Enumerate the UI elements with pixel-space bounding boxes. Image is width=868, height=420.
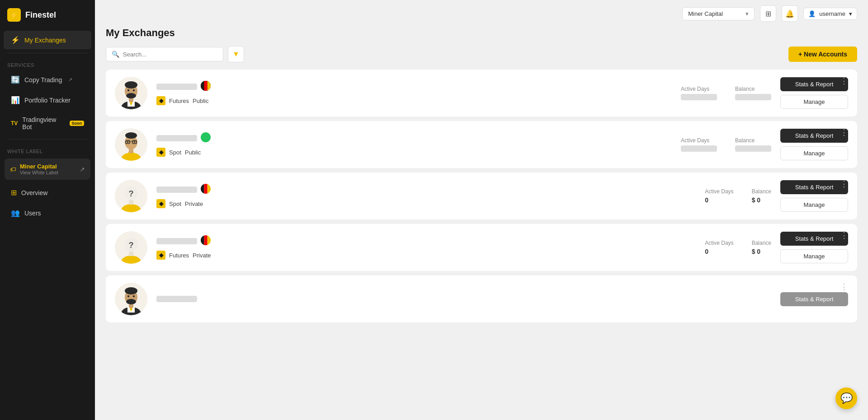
visibility-tag: Private <box>185 201 203 207</box>
external-link-icon: ↗ <box>68 77 72 83</box>
exchange-card: ? ◆ Futures <box>106 224 857 271</box>
user-icon: 👤 <box>808 10 816 17</box>
market-type-tag: Spot <box>169 149 181 156</box>
app-name: Finestel <box>25 10 56 20</box>
svg-point-6 <box>125 81 137 89</box>
svg-rect-16 <box>208 81 211 91</box>
svg-rect-36 <box>204 184 207 194</box>
white-label-name: Miner Capital <box>20 163 58 170</box>
visibility-tag: Public <box>185 149 201 156</box>
chat-button[interactable]: 💬 <box>835 387 857 409</box>
white-label-sublabel: View White Label <box>20 170 58 175</box>
svg-rect-31 <box>129 200 133 205</box>
svg-rect-45 <box>204 235 207 245</box>
sidebar-item-overview[interactable]: ⊞ Overview <box>4 183 91 202</box>
card-actions: Stats & Report <box>780 292 848 306</box>
white-label-selector[interactable]: Miner Capital ▾ <box>682 7 755 20</box>
stats-section: Active Days 0 Balance $ 0 <box>705 188 771 204</box>
active-days-value: 0 <box>705 248 733 255</box>
white-label-info: Miner Capital View White Label <box>20 163 58 175</box>
active-days-label: Active Days <box>681 86 717 92</box>
exchanges-icon: ⚡ <box>11 36 20 44</box>
account-name-row <box>156 132 654 144</box>
visibility-tag: Private <box>193 252 211 259</box>
flag-icon <box>201 184 211 196</box>
account-name-blur <box>156 296 197 302</box>
exchange-list: ◆ Futures Public Active Days Balance <box>106 70 857 322</box>
svg-rect-37 <box>208 184 211 194</box>
balance-value: $ 0 <box>752 248 771 255</box>
selector-label: Miner Capital <box>688 10 723 17</box>
users-icon: 👥 <box>11 209 20 217</box>
balance-label: Balance <box>752 240 771 246</box>
avatar <box>115 128 147 161</box>
active-days-block: Active Days 0 <box>705 188 733 204</box>
user-menu[interactable]: 👤 username ▾ <box>803 8 857 20</box>
manage-button[interactable]: Manage <box>780 249 848 263</box>
svg-point-9 <box>133 89 135 91</box>
more-options-button[interactable]: ⋮ <box>837 127 851 137</box>
exchange-card: Stats & Report ⋮ <box>106 275 857 322</box>
svg-point-55 <box>127 295 129 297</box>
copy-trading-icon: 🔄 <box>11 75 20 84</box>
sidebar-item-copy-trading[interactable]: 🔄 Copy Trading ↗ <box>4 70 91 89</box>
more-options-button[interactable]: ⋮ <box>837 282 851 292</box>
tradingview-icon: TV <box>11 120 18 126</box>
balance-label: Balance <box>752 188 771 195</box>
balance-block: Balance <box>735 86 771 100</box>
avatar <box>115 283 147 315</box>
exchange-card: ? ◆ Spot <box>106 173 857 219</box>
market-type-tag: Futures <box>169 252 189 259</box>
sidebar-item-my-exchanges[interactable]: ⚡ My Exchanges <box>4 31 91 49</box>
account-info: ◆ Spot Private <box>156 184 678 208</box>
svg-point-26 <box>127 141 128 143</box>
stats-section: Active Days 0 Balance $ 0 <box>705 240 771 255</box>
account-name-blur <box>156 187 197 193</box>
sidebar-item-label: Copy Trading <box>24 76 62 84</box>
more-options-button[interactable]: ⋮ <box>837 179 851 189</box>
user-name: username <box>819 10 845 17</box>
logo-icon: ⚡ <box>7 8 21 22</box>
stats-report-button[interactable]: Stats & Report <box>780 292 848 306</box>
account-name-blur <box>156 84 197 90</box>
manage-button[interactable]: Manage <box>780 95 848 109</box>
grid-icon-button[interactable]: ⊞ <box>760 5 776 22</box>
white-label-box[interactable]: 🏷 Miner Capital View White Label ↗ <box>5 159 90 180</box>
sidebar-item-label: Portfolio Tracker <box>24 97 71 104</box>
manage-button[interactable]: Manage <box>780 146 848 160</box>
soon-badge: Soon <box>70 121 85 126</box>
avatar: ? <box>115 231 147 264</box>
balance-value <box>735 145 771 152</box>
avatar-beard <box>115 77 147 109</box>
balance-label: Balance <box>735 137 771 144</box>
search-box[interactable]: 🔍 <box>106 47 223 61</box>
account-name-blur <box>156 135 197 141</box>
sidebar-item-users[interactable]: 👥 Users <box>4 204 91 222</box>
page-content: My Exchanges 🔍 ▼ + New Accounts <box>95 27 868 420</box>
svg-point-8 <box>127 89 129 91</box>
binance-logo: ◆ <box>156 148 165 157</box>
app-logo[interactable]: ⚡ Finestel <box>0 0 95 30</box>
balance-value <box>735 94 771 100</box>
filter-button[interactable]: ▼ <box>228 46 244 62</box>
new-accounts-button[interactable]: + New Accounts <box>788 47 857 62</box>
more-options-button[interactable]: ⋮ <box>837 76 851 86</box>
active-days-value <box>681 94 717 100</box>
sidebar-item-portfolio-tracker[interactable]: 📊 Portfolio Tracker <box>4 91 91 109</box>
svg-rect-14 <box>201 81 204 91</box>
active-days-block: Active Days 0 <box>705 240 733 255</box>
flag-icon <box>201 132 211 144</box>
chat-icon: 💬 <box>840 392 853 404</box>
sidebar-item-tradingview-bot[interactable]: TV Tradingview Bot Soon <box>4 111 91 135</box>
account-info: ◆ Spot Public <box>156 132 654 157</box>
page-title: My Exchanges <box>106 27 857 39</box>
white-label-section-label: White Label <box>0 142 95 156</box>
more-options-button[interactable]: ⋮ <box>837 230 851 240</box>
binance-logo: ◆ <box>156 96 165 105</box>
exchange-card: ◆ Futures Public Active Days Balance <box>106 70 857 117</box>
search-input[interactable] <box>123 51 217 58</box>
svg-point-27 <box>134 141 135 143</box>
manage-button[interactable]: Manage <box>780 198 848 212</box>
svg-text:?: ? <box>129 189 134 198</box>
notifications-button[interactable]: 🔔 <box>782 5 798 22</box>
